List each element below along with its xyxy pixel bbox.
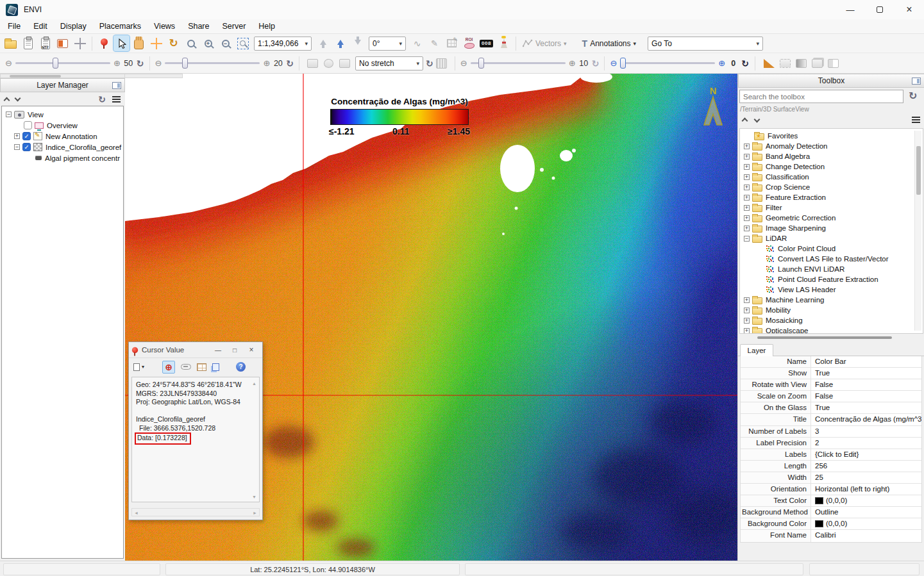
pixel-value-button[interactable]: 008 [478,35,494,51]
decrease-icon[interactable] [460,59,467,67]
cursor-value-window[interactable]: Cursor Value — □ × Geo: 24°57'44.83"S 46… [128,341,263,520]
expand-icon[interactable] [744,318,750,324]
expand-icon[interactable] [744,144,750,149]
dock-panel-icon[interactable] [912,78,921,85]
transparency-slider[interactable] [15,62,110,64]
slider-thumb[interactable] [478,58,484,69]
lighthouse-button[interactable] [496,35,512,51]
blend-button[interactable] [793,55,809,71]
fly-tool-button[interactable] [148,35,164,51]
toolbox-item-convert-las[interactable]: Convert LAS File to Raster/Vector [740,254,923,264]
menu-display[interactable]: Display [54,21,93,32]
toolbox-item-lidar[interactable]: LiDAR [740,233,923,243]
move-layer-up-icon[interactable] [4,97,10,103]
copy-all-button[interactable] [212,363,219,371]
expand-icon[interactable] [744,297,750,303]
layer-manager-header[interactable]: Layer Manager [0,78,125,92]
slider-thumb[interactable] [182,58,188,69]
layer-tree-item-band[interactable]: Algal pigment concentr [2,152,123,163]
open-file-button[interactable] [3,35,19,51]
stretch-full-button[interactable] [305,55,321,71]
slider-thumb[interactable] [53,58,58,69]
reset-icon[interactable] [286,59,294,68]
expand-icon[interactable] [744,308,750,313]
panel-menu-icon[interactable] [912,119,920,120]
scrollbar-thumb[interactable] [10,75,61,78]
menu-share[interactable]: Share [181,21,215,32]
toolbox-item-view-las-header[interactable]: View LAS Header [740,284,923,295]
zoom-in-button[interactable] [200,35,216,51]
expand-icon[interactable] [744,195,750,201]
select-tool-button[interactable] [113,35,130,51]
toolbox-item-color-point-cloud[interactable]: Color Point Cloud [740,243,923,254]
increase-icon[interactable] [113,59,121,67]
geo-link-button[interactable] [181,364,191,370]
stretch-band-button[interactable] [337,55,353,71]
edit-raster-button[interactable] [444,35,460,51]
reset-icon[interactable] [137,59,144,68]
expand-icon[interactable] [744,215,750,221]
menu-file[interactable]: File [1,21,27,32]
toolbox-item-anomaly-detection[interactable]: Anomaly Detection [740,141,923,151]
expand-icon[interactable] [744,164,750,170]
scroll-up-icon[interactable] [252,381,256,386]
expand-icon[interactable] [744,185,750,190]
toolbox-item-favorites[interactable]: Favorites [740,131,923,141]
grid-view-button[interactable] [197,363,206,371]
menu-server[interactable]: Server [215,21,252,32]
toolbox-item-launch-envi-lidar[interactable]: Launch ENVI LiDAR [740,264,923,274]
open-ntf-button[interactable]: NTF [37,35,53,51]
minimize-button[interactable]: — [210,347,226,354]
zoom-window-button[interactable] [235,35,251,51]
layer-tree-item-view[interactable]: View [2,109,123,120]
refresh-icon[interactable] [98,95,106,104]
maximize-button[interactable] [865,0,895,19]
layer-tree-item-overview[interactable]: Overview [2,120,123,131]
draw-tool-button[interactable] [426,35,442,51]
expand-icon[interactable] [744,226,750,231]
collapse-icon[interactable] [6,111,12,117]
expand-icon[interactable] [744,328,750,334]
menu-placemarks[interactable]: Placemarks [93,21,147,32]
reset-icon[interactable] [741,59,749,68]
toolbox-item-filter[interactable]: Filter [740,202,923,213]
panel-menu-icon[interactable] [112,99,121,100]
colorbar-legend[interactable]: Concentração de Algas (mg/m^3) ≤-1.21 0.… [329,97,470,136]
expand-icon[interactable] [14,133,20,139]
next-extent-button[interactable] [332,35,348,51]
expand-all-icon[interactable] [754,116,760,122]
zoom-scale-combo[interactable]: 1:1,349,066 [254,37,312,51]
measurement-tool-button[interactable] [761,55,777,71]
expand-icon[interactable] [744,205,750,211]
sharpen-slider[interactable] [471,62,566,64]
histogram-stretch-button[interactable] [433,55,449,71]
toolbox-item-change-detection[interactable]: Change Detection [740,161,923,172]
reset-icon[interactable] [592,59,600,68]
collapse-all-icon[interactable] [742,118,748,124]
toolbox-item-image-sharpening[interactable]: Image Sharpening [740,223,923,233]
brightness-slider[interactable] [165,62,260,64]
toolbox-item-feature-extraction[interactable]: Feature Extraction [740,192,923,202]
toolbox-item-point-cloud-feature-extraction[interactable]: Point Cloud Feature Extraction [740,274,923,284]
toolbox-item-opticalscape[interactable]: Opticalscape [740,325,923,334]
horizontal-scrollbar-thumb[interactable] [757,336,892,339]
zoom-out-button[interactable] [217,35,233,51]
horizontal-scrollbar[interactable] [0,74,125,78]
goto-combo[interactable]: Go To [648,37,763,51]
crosshair-toggle-button[interactable] [162,361,175,374]
close-button[interactable]: × [243,345,260,354]
layer-tree-item-raster[interactable]: Indice_Clorofila_georef [2,142,123,152]
checkbox-checked[interactable] [22,143,31,151]
cursor-value-titlebar[interactable]: Cursor Value — □ × [129,342,262,358]
menu-views[interactable]: Views [147,21,181,32]
scroll-down-icon[interactable] [252,495,256,499]
increase-icon[interactable] [263,59,270,67]
stretch-view-button[interactable] [321,55,337,71]
center-view-button[interactable] [72,35,88,51]
scroll-left-icon[interactable] [134,511,139,515]
slider-thumb[interactable] [620,58,626,69]
expand-icon[interactable] [744,154,750,160]
stretch-refresh-icon[interactable] [426,59,433,68]
toolbox-search-input[interactable] [739,90,903,103]
zoom-fit-button[interactable] [183,35,199,51]
